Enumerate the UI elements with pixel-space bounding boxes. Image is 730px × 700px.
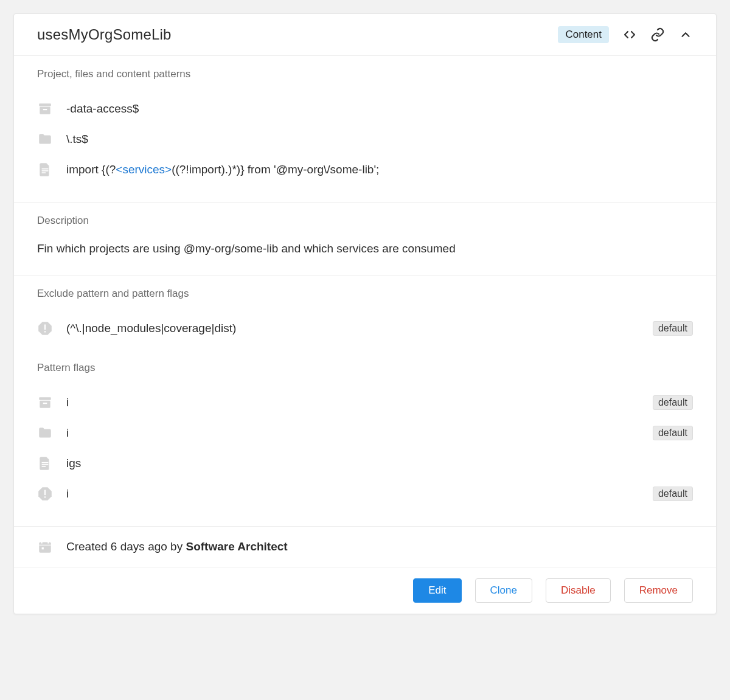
exclude-icon bbox=[37, 486, 53, 502]
meta-text: Created 6 days ago by Software Architect bbox=[66, 540, 288, 553]
flag-exclude-row: i default bbox=[37, 479, 693, 509]
flag-project-badge: default bbox=[653, 395, 693, 410]
exclude-label: Exclude pattern and pattern flags bbox=[37, 288, 693, 300]
svg-rect-15 bbox=[44, 496, 46, 497]
file-pattern-text: \.ts$ bbox=[66, 133, 693, 146]
content-pattern-row: import {(?<services>((?!import).)*)} fro… bbox=[37, 154, 693, 185]
flag-project-row: i default bbox=[37, 387, 693, 418]
flag-file-text: i bbox=[66, 426, 639, 440]
project-pattern-row: -data-access$ bbox=[37, 94, 693, 124]
code-icon[interactable] bbox=[622, 27, 637, 42]
svg-rect-8 bbox=[39, 397, 51, 400]
remove-button[interactable]: Remove bbox=[624, 578, 693, 603]
file-icon bbox=[37, 162, 53, 178]
svg-rect-12 bbox=[42, 464, 49, 465]
svg-rect-14 bbox=[44, 490, 46, 495]
meta-row: Created 6 days ago by Software Architect bbox=[14, 527, 716, 567]
svg-rect-20 bbox=[39, 544, 51, 545]
flag-file-badge: default bbox=[653, 426, 693, 440]
svg-rect-6 bbox=[44, 324, 46, 330]
collapse-icon[interactable] bbox=[678, 27, 693, 42]
link-icon[interactable] bbox=[650, 27, 665, 42]
svg-rect-3 bbox=[42, 168, 49, 170]
header-actions: Content bbox=[558, 26, 693, 43]
content-suffix: ((?!import).)*)} from '@my-org\/some-lib… bbox=[172, 163, 379, 176]
content-pattern-text: import {(?<services>((?!import).)*)} fro… bbox=[66, 163, 693, 176]
svg-rect-21 bbox=[42, 547, 44, 549]
disable-button[interactable]: Disable bbox=[546, 578, 611, 603]
flags-label: Pattern flags bbox=[37, 362, 693, 374]
archive-icon bbox=[37, 395, 53, 411]
flag-project-text: i bbox=[66, 396, 639, 409]
patterns-section: Project, files and content patterns -dat… bbox=[14, 56, 716, 203]
card-footer: Edit Clone Disable Remove bbox=[14, 567, 716, 614]
svg-rect-19 bbox=[47, 541, 49, 543]
content-prefix: import {(? bbox=[66, 163, 116, 176]
flag-exclude-badge: default bbox=[653, 487, 693, 501]
exclude-pattern-row: (^\.|node_modules|coverage|dist) default bbox=[37, 313, 693, 344]
description-section: Description Fin which projects are using… bbox=[14, 203, 716, 275]
svg-rect-9 bbox=[40, 400, 50, 407]
exclude-pattern-text: (^\.|node_modules|coverage|dist) bbox=[66, 322, 639, 335]
file-icon bbox=[37, 456, 53, 471]
svg-rect-2 bbox=[43, 109, 47, 110]
rule-title: usesMyOrgSomeLib bbox=[37, 26, 172, 43]
meta-author: Software Architect bbox=[186, 540, 287, 553]
flag-exclude-text: i bbox=[66, 487, 639, 501]
card-header: usesMyOrgSomeLib Content bbox=[14, 14, 716, 56]
archive-icon bbox=[37, 101, 53, 117]
svg-rect-13 bbox=[42, 466, 46, 467]
svg-rect-1 bbox=[40, 107, 50, 114]
svg-rect-7 bbox=[44, 331, 46, 332]
svg-rect-0 bbox=[39, 103, 51, 106]
exclude-pattern-badge: default bbox=[653, 321, 693, 336]
folder-icon bbox=[37, 425, 53, 441]
project-pattern-text: -data-access$ bbox=[66, 102, 693, 116]
description-label: Description bbox=[37, 215, 693, 227]
flag-content-text: igs bbox=[66, 457, 693, 470]
meta-prefix: Created 6 days ago by bbox=[66, 540, 186, 553]
clone-button[interactable]: Clone bbox=[475, 578, 532, 603]
edit-button[interactable]: Edit bbox=[413, 578, 461, 603]
svg-rect-4 bbox=[42, 170, 49, 172]
content-highlight: <services> bbox=[116, 163, 172, 176]
exclude-section: Exclude pattern and pattern flags (^\.|n… bbox=[14, 275, 716, 527]
svg-rect-11 bbox=[42, 462, 49, 463]
svg-rect-10 bbox=[43, 403, 47, 404]
content-pill[interactable]: Content bbox=[558, 26, 609, 43]
svg-rect-18 bbox=[41, 541, 43, 543]
description-text: Fin which projects are using @my-org/som… bbox=[37, 240, 693, 258]
exclude-icon bbox=[37, 321, 53, 336]
svg-rect-5 bbox=[42, 172, 46, 173]
flag-content-row: igs bbox=[37, 448, 693, 479]
file-pattern-row: \.ts$ bbox=[37, 124, 693, 154]
flag-file-row: i default bbox=[37, 418, 693, 448]
calendar-icon bbox=[37, 539, 53, 555]
patterns-label: Project, files and content patterns bbox=[37, 68, 693, 80]
folder-icon bbox=[37, 131, 53, 147]
rule-card: usesMyOrgSomeLib Content Project, files … bbox=[13, 13, 717, 614]
